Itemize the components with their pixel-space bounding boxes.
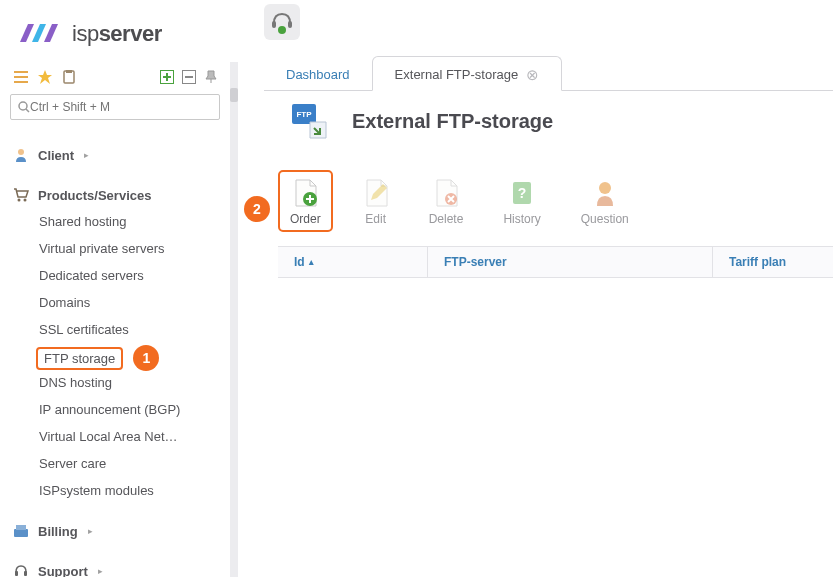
column-ftp-server[interactable]: FTP-server bbox=[428, 247, 713, 277]
svg-point-34 bbox=[599, 182, 611, 194]
svg-rect-24 bbox=[288, 21, 292, 28]
sidebar-item-domains[interactable]: Domains bbox=[36, 291, 93, 314]
nav-billing-label: Billing bbox=[38, 524, 78, 539]
history-button[interactable]: ? History bbox=[493, 172, 550, 230]
action-label: Edit bbox=[365, 212, 386, 226]
splitter[interactable] bbox=[230, 62, 238, 577]
column-tariff[interactable]: Tariff plan bbox=[713, 247, 833, 277]
delete-icon bbox=[433, 178, 459, 208]
svg-marker-1 bbox=[32, 24, 46, 42]
svg-marker-6 bbox=[38, 70, 52, 84]
svg-marker-0 bbox=[20, 24, 34, 42]
sidebar-item-shared-hosting[interactable]: Shared hosting bbox=[36, 210, 129, 233]
sidebar-item-dedicated[interactable]: Dedicated servers bbox=[36, 264, 147, 287]
clipboard-icon[interactable] bbox=[60, 68, 78, 86]
action-label: Question bbox=[581, 212, 629, 226]
nav-client-head[interactable]: Client ▸ bbox=[12, 140, 230, 170]
svg-rect-21 bbox=[15, 571, 18, 576]
svg-text:FTP: FTP bbox=[296, 110, 312, 119]
edit-button[interactable]: Edit bbox=[353, 172, 399, 230]
annotation-step-1: 1 bbox=[133, 345, 159, 371]
tab-ftp-storage[interactable]: External FTP-storage ⊗ bbox=[372, 56, 563, 91]
svg-rect-19 bbox=[14, 529, 28, 537]
header-support-button[interactable] bbox=[264, 4, 300, 40]
delete-button[interactable]: Delete bbox=[419, 172, 474, 230]
sidebar-item-ssl[interactable]: SSL certificates bbox=[36, 318, 132, 341]
cart-icon bbox=[12, 186, 30, 204]
svg-rect-23 bbox=[272, 21, 276, 28]
sidebar: ispserver Client ▸ Products/Services bbox=[0, 0, 230, 577]
sidebar-item-ip-bgp[interactable]: IP announcement (BGP) bbox=[36, 398, 183, 421]
search-icon bbox=[17, 100, 30, 114]
nav-support-head[interactable]: Support ▸ bbox=[12, 556, 230, 577]
column-id[interactable]: Id bbox=[278, 247, 428, 277]
action-label: Delete bbox=[429, 212, 464, 226]
splitter-handle[interactable] bbox=[230, 88, 238, 102]
sidebar-item-dns[interactable]: DNS hosting bbox=[36, 371, 115, 394]
nav-support-label: Support bbox=[38, 564, 88, 578]
sidebar-item-vlan[interactable]: Virtual Local Area Net… bbox=[36, 425, 181, 448]
svg-rect-8 bbox=[66, 70, 72, 73]
question-button[interactable]: Question bbox=[571, 172, 639, 230]
svg-rect-5 bbox=[14, 81, 28, 83]
svg-rect-13 bbox=[185, 76, 193, 78]
tab-label: External FTP-storage bbox=[395, 67, 519, 82]
order-icon bbox=[292, 178, 318, 208]
nav-billing: Billing ▸ bbox=[0, 510, 230, 550]
search-input[interactable] bbox=[30, 100, 213, 114]
logo: ispserver bbox=[0, 0, 230, 62]
sidebar-toolbar bbox=[0, 62, 230, 94]
chevron-right-icon: ▸ bbox=[88, 526, 93, 536]
close-icon[interactable]: ⊗ bbox=[526, 67, 539, 82]
svg-marker-2 bbox=[44, 24, 58, 42]
edit-icon bbox=[363, 178, 389, 208]
svg-point-17 bbox=[18, 199, 21, 202]
history-icon: ? bbox=[509, 178, 535, 208]
chevron-right-icon: ▸ bbox=[84, 150, 89, 160]
action-label: Order bbox=[290, 212, 321, 226]
action-toolbar: 2 Order Edit Delete ? History Question bbox=[278, 170, 639, 232]
sidebar-item-server-care[interactable]: Server care bbox=[36, 452, 109, 475]
annotation-step-2: 2 bbox=[244, 196, 270, 222]
svg-line-15 bbox=[26, 109, 29, 112]
list-icon[interactable] bbox=[12, 68, 30, 86]
tab-dashboard[interactable]: Dashboard bbox=[264, 57, 372, 90]
minus-icon[interactable] bbox=[180, 68, 198, 86]
svg-rect-20 bbox=[16, 525, 26, 530]
svg-rect-3 bbox=[14, 71, 28, 73]
pin-icon[interactable] bbox=[202, 68, 220, 86]
action-label: History bbox=[503, 212, 540, 226]
nav-products-label: Products/Services bbox=[38, 188, 151, 203]
svg-point-18 bbox=[24, 199, 27, 202]
svg-point-16 bbox=[18, 149, 24, 155]
chevron-right-icon: ▸ bbox=[98, 566, 103, 576]
sidebar-item-isp-modules[interactable]: ISPsystem modules bbox=[36, 479, 157, 502]
table-header: Id FTP-server Tariff plan bbox=[278, 246, 833, 278]
nav-client: Client ▸ bbox=[0, 134, 230, 174]
nav-client-label: Client bbox=[38, 148, 74, 163]
nav-support: Support ▸ bbox=[0, 550, 230, 577]
svg-rect-30 bbox=[306, 198, 314, 200]
plus-icon[interactable] bbox=[158, 68, 176, 86]
svg-text:?: ? bbox=[518, 185, 527, 201]
svg-point-14 bbox=[19, 102, 27, 110]
svg-point-25 bbox=[278, 26, 286, 34]
tab-bar: Dashboard External FTP-storage ⊗ bbox=[264, 56, 833, 91]
user-icon bbox=[12, 146, 30, 164]
svg-rect-11 bbox=[163, 76, 171, 78]
star-icon[interactable] bbox=[36, 68, 54, 86]
nav-products-head[interactable]: Products/Services bbox=[12, 180, 230, 210]
page-header: FTP External FTP-storage bbox=[288, 100, 553, 142]
billing-icon bbox=[12, 522, 30, 540]
order-button[interactable]: Order bbox=[278, 170, 333, 232]
ftp-icon: FTP bbox=[288, 100, 330, 142]
sidebar-item-vps[interactable]: Virtual private servers bbox=[36, 237, 167, 260]
question-icon bbox=[592, 178, 618, 208]
svg-rect-4 bbox=[14, 76, 28, 78]
search-box[interactable] bbox=[10, 94, 220, 120]
svg-rect-22 bbox=[24, 571, 27, 576]
headset-icon bbox=[12, 562, 30, 577]
nav-billing-head[interactable]: Billing ▸ bbox=[12, 516, 230, 546]
logo-icon bbox=[18, 18, 66, 50]
sidebar-item-ftp-storage[interactable]: FTP storage bbox=[36, 347, 123, 370]
